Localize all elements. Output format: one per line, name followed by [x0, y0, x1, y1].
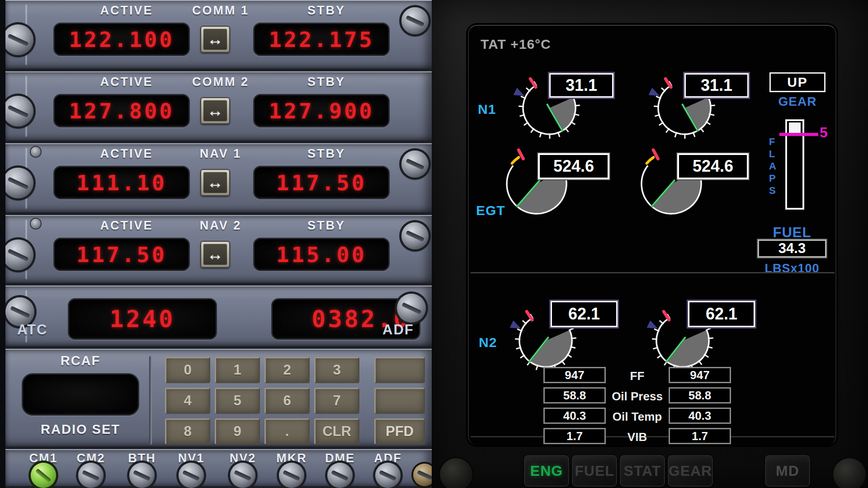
- oil-press-right-box: 58.8: [669, 387, 731, 404]
- comm1-standby-frequency: 122.175: [269, 27, 374, 52]
- comm1-right-tuning-knob[interactable]: [401, 7, 429, 34]
- comm2-active-header: ACTIVE: [77, 75, 176, 89]
- oil-press-right-value: 58.8: [689, 389, 712, 403]
- eicas-button-fuel[interactable]: FUEL: [571, 455, 618, 487]
- oil-temp-right-value: 40.3: [689, 409, 712, 423]
- comm2-stby-header: STBY: [277, 75, 376, 89]
- key-9[interactable]: 9: [215, 418, 260, 445]
- key-1-label: 1: [233, 362, 241, 378]
- egt-left-value: 524.6: [553, 157, 594, 176]
- selector-knob-bth[interactable]: [129, 463, 155, 488]
- screw-icon: [31, 147, 41, 157]
- nav2-left-tuning-knob[interactable]: [3, 239, 33, 270]
- key-8[interactable]: 8: [165, 418, 210, 445]
- vib-left-value: 1.7: [566, 429, 583, 443]
- nav2-active-display: 117.50: [53, 238, 190, 271]
- nav1-active-display: 111.10: [53, 166, 190, 199]
- key-6[interactable]: 6: [264, 388, 310, 414]
- swap-arrows-icon: ↔: [203, 172, 227, 193]
- comm1-left-tuning-knob[interactable]: [3, 24, 33, 55]
- nav2-swap-button[interactable]: ↔: [200, 241, 230, 268]
- flaps-label: FLAPS: [769, 136, 777, 197]
- comm2-swap-button[interactable]: ↔: [200, 97, 230, 124]
- eicas-button-eng[interactable]: ENG: [524, 455, 570, 487]
- comm2-label: COMM 2: [171, 75, 270, 89]
- key-0[interactable]: 0: [165, 357, 210, 383]
- selector-knob-mkr[interactable]: [279, 463, 304, 488]
- ff-left-value: 947: [565, 368, 584, 382]
- fuel-units-label: LBSx100: [758, 262, 826, 276]
- nav1-standby-display: 117.50: [253, 166, 390, 199]
- radio-set-display: [22, 373, 139, 416]
- vib-label: VIB: [607, 430, 668, 444]
- key-blank-2[interactable]: [374, 388, 425, 414]
- bezel-knob-right[interactable]: [833, 458, 866, 488]
- nav1-left-tuning-knob[interactable]: [3, 168, 33, 198]
- gear-position-box: UP: [769, 72, 826, 92]
- eicas-button-md[interactable]: MD: [764, 455, 811, 487]
- eicas-bezel: TAT +16°C N1 EGT N2 31.1 31.1 524.6 524.…: [432, 0, 868, 488]
- key-blank-1[interactable]: [374, 357, 425, 383]
- selector-knob-cm2[interactable]: [78, 463, 104, 488]
- selector-knob-cm1[interactable]: [31, 463, 56, 488]
- selector-knob-nv2[interactable]: [230, 463, 255, 488]
- eicas-screen: TAT +16°C N1 EGT N2 31.1 31.1 524.6 524.…: [468, 25, 836, 445]
- flaps-marker-line: [779, 133, 818, 136]
- comm1-stby-header: STBY: [277, 4, 376, 18]
- key-pfd[interactable]: PFD: [374, 418, 425, 445]
- nav1-stby-header: STBY: [277, 147, 376, 161]
- egt-left-readout: 524.6: [538, 153, 609, 179]
- atc-label: ATC: [17, 322, 47, 338]
- nav1-active-frequency: 111.10: [76, 170, 167, 195]
- swap-arrows-icon: ↔: [203, 100, 227, 121]
- key-7[interactable]: 7: [314, 388, 359, 414]
- comm2-active-display: 127.800: [53, 94, 190, 127]
- oil-press-left-value: 58.8: [563, 389, 586, 403]
- ff-right-value: 947: [690, 368, 709, 382]
- selector-knob-dme[interactable]: [327, 463, 353, 488]
- nav1-right-tuning-knob[interactable]: [401, 150, 429, 178]
- key-2-label: 2: [283, 362, 291, 378]
- oil-press-label: Oil Press: [607, 389, 668, 404]
- nav2-label: NAV 2: [171, 219, 270, 233]
- gear-position-value: UP: [787, 75, 808, 90]
- panel-groove: [149, 356, 152, 445]
- eicas-button-gear[interactable]: GEAR: [667, 455, 713, 487]
- key-clear-label: CLR: [322, 423, 351, 440]
- key-clear[interactable]: CLR: [314, 418, 359, 445]
- key-4[interactable]: 4: [165, 388, 210, 414]
- nav2-right-tuning-knob[interactable]: [401, 222, 429, 249]
- radio-stack-panel: ACTIVE COMM 1 STBY 122.100 ↔ 122.175 ACT…: [0, 0, 432, 488]
- key-decimal[interactable]: .: [264, 418, 310, 445]
- gear-button-label: GEAR: [669, 463, 712, 479]
- key-decimal-label: .: [285, 423, 289, 440]
- vib-left-box: 1.7: [543, 428, 606, 444]
- bezel-knob-left[interactable]: [440, 458, 472, 488]
- ff-label: FF: [607, 369, 668, 383]
- key-5[interactable]: 5: [215, 388, 260, 414]
- adf-knob[interactable]: [397, 294, 426, 323]
- n2-right-readout: 62.1: [688, 301, 755, 327]
- comm1-swap-button[interactable]: ↔: [200, 26, 230, 53]
- key-3[interactable]: 3: [314, 357, 359, 383]
- screen-section-divider: [471, 272, 835, 273]
- fuel-quantity-value: 34.3: [778, 240, 806, 257]
- oil-temp-right-box: 40.3: [669, 408, 731, 424]
- key-2[interactable]: 2: [264, 357, 310, 383]
- comm2-left-tuning-knob[interactable]: [3, 96, 33, 127]
- nav1-swap-button[interactable]: ↔: [200, 169, 230, 196]
- fuel-button-label: FUEL: [575, 463, 614, 479]
- oil-temp-left-value: 40.3: [563, 409, 586, 423]
- eicas-button-stat[interactable]: STAT: [619, 455, 665, 487]
- nav2-active-frequency: 117.50: [76, 242, 167, 267]
- selector-knob-adf[interactable]: [375, 463, 401, 488]
- key-1[interactable]: 1: [215, 357, 260, 383]
- comm1-standby-display: 122.175: [253, 23, 390, 56]
- key-6-label: 6: [283, 393, 291, 409]
- selector-knob-nv1[interactable]: [179, 463, 204, 488]
- egt-right-readout: 524.6: [677, 153, 749, 179]
- n2-label: N2: [479, 335, 497, 350]
- key-0-label: 0: [184, 362, 191, 378]
- key-7-label: 7: [333, 393, 340, 409]
- fuel-quantity-box: 34.3: [758, 239, 826, 258]
